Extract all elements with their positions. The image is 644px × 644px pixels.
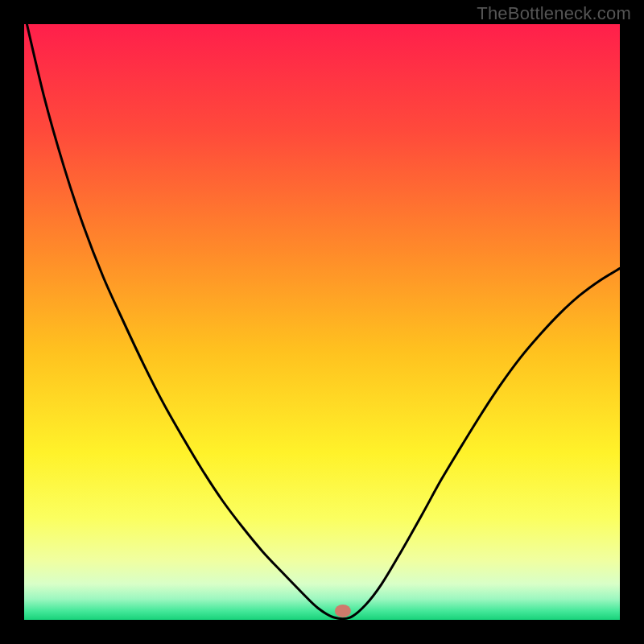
optimum-marker (335, 605, 351, 617)
chart-container: TheBottleneck.com (0, 0, 644, 644)
bottleneck-chart (0, 0, 644, 644)
plot-area (24, 24, 620, 620)
watermark-text: TheBottleneck.com (477, 3, 631, 24)
